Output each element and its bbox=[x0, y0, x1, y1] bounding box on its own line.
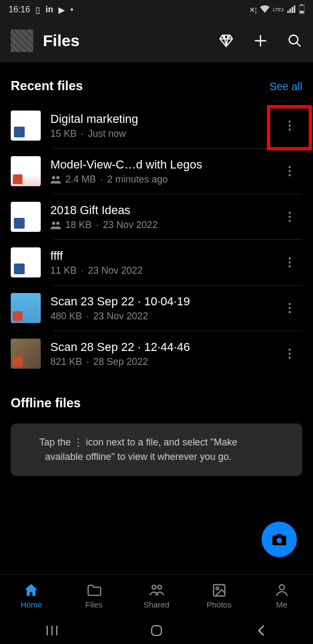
svg-point-30 bbox=[216, 587, 219, 590]
file-name: Scan 23 Sep 22 · 10·04·19 bbox=[50, 295, 267, 309]
svg-point-19 bbox=[288, 266, 290, 268]
home-icon bbox=[24, 583, 39, 598]
file-item[interactable]: Scan 23 Sep 22 · 10·04·19 480 KB · 23 No… bbox=[11, 286, 302, 331]
shared-icon bbox=[50, 221, 61, 229]
svg-point-21 bbox=[288, 307, 290, 309]
svg-point-9 bbox=[288, 166, 290, 169]
svg-point-11 bbox=[288, 174, 290, 177]
svg-point-12 bbox=[52, 222, 55, 225]
recent-files-header: Recent files See all bbox=[11, 78, 302, 93]
camera-fab[interactable] bbox=[262, 522, 297, 557]
nav-me[interactable]: Me bbox=[250, 575, 313, 617]
file-thumbnail bbox=[11, 339, 41, 369]
file-thumbnail bbox=[11, 156, 41, 186]
offline-section: Offline files Tap the ⋮ icon next to a f… bbox=[11, 396, 302, 476]
nav-label: Home bbox=[20, 600, 42, 609]
home-button[interactable] bbox=[149, 623, 164, 638]
svg-point-15 bbox=[288, 216, 290, 218]
file-meta: 2.4 MB · 2 minutes ago bbox=[50, 174, 267, 185]
people-icon bbox=[149, 583, 164, 598]
file-thumbnail bbox=[11, 293, 41, 323]
system-nav bbox=[0, 617, 313, 644]
more-options-button[interactable] bbox=[277, 250, 302, 275]
folder-icon bbox=[86, 583, 101, 598]
more-options-button[interactable] bbox=[277, 295, 302, 321]
file-name: 2018 Gift Ideas bbox=[50, 203, 267, 217]
nav-home[interactable]: Home bbox=[0, 575, 63, 617]
file-meta: 480 KB · 23 Nov 2022 bbox=[50, 311, 267, 322]
svg-point-25 bbox=[288, 357, 290, 359]
camera-icon bbox=[271, 532, 287, 546]
photos-icon bbox=[212, 583, 227, 598]
search-icon[interactable] bbox=[287, 33, 302, 48]
file-meta: 15 KB · Just now bbox=[50, 128, 267, 140]
back-button[interactable] bbox=[254, 623, 269, 638]
svg-point-28 bbox=[158, 586, 161, 589]
file-item[interactable]: Digital marketing 15 KB · Just now bbox=[11, 103, 302, 148]
notif-icon: ▯ bbox=[35, 5, 40, 15]
svg-point-24 bbox=[288, 353, 290, 355]
file-meta: 18 KB · 23 Nov 2022 bbox=[50, 219, 267, 231]
linkedin-icon: in bbox=[46, 5, 53, 14]
bottom-nav: Home Files Shared Photos Me bbox=[0, 574, 313, 617]
wifi-icon bbox=[260, 5, 270, 14]
nav-photos[interactable]: Photos bbox=[188, 575, 250, 617]
app-header: Files bbox=[0, 19, 313, 62]
status-time: 16:16 bbox=[9, 5, 30, 14]
svg-point-16 bbox=[288, 220, 290, 222]
offline-title: Offline files bbox=[11, 396, 302, 411]
recents-button[interactable] bbox=[44, 623, 59, 638]
svg-point-3 bbox=[289, 35, 298, 44]
svg-point-6 bbox=[288, 129, 290, 131]
file-name: Model-View-C…d with Legos bbox=[50, 158, 267, 172]
more-options-button[interactable] bbox=[277, 113, 302, 138]
file-name: ffff bbox=[50, 249, 267, 263]
person-icon bbox=[274, 583, 289, 598]
recent-files-title: Recent files bbox=[11, 78, 83, 93]
svg-point-31 bbox=[279, 585, 284, 590]
signal-icon bbox=[287, 5, 296, 14]
more-options-button[interactable] bbox=[277, 158, 302, 184]
more-options-button[interactable] bbox=[277, 341, 302, 367]
premium-icon[interactable] bbox=[219, 33, 234, 48]
avatar[interactable] bbox=[11, 30, 33, 52]
svg-point-13 bbox=[56, 222, 59, 225]
file-item[interactable]: Scan 28 Sep 22 · 12·44·46 821 KB · 28 Se… bbox=[11, 331, 302, 376]
file-meta: 11 KB · 23 Nov 2022 bbox=[50, 265, 267, 276]
more-options-button[interactable] bbox=[277, 204, 302, 230]
file-item[interactable]: ffff 11 KB · 23 Nov 2022 bbox=[11, 240, 302, 285]
nav-files[interactable]: Files bbox=[63, 575, 125, 617]
page-title: Files bbox=[43, 32, 209, 50]
svg-point-18 bbox=[288, 261, 290, 264]
svg-point-5 bbox=[288, 125, 290, 127]
shared-icon bbox=[50, 175, 61, 184]
svg-point-7 bbox=[52, 176, 55, 179]
status-bar: 16:16 ▯ in ▶ • ✕¦ LTE1 bbox=[0, 0, 313, 19]
battery-icon bbox=[299, 4, 304, 16]
file-name: Digital marketing bbox=[50, 112, 267, 126]
nav-shared[interactable]: Shared bbox=[125, 575, 188, 617]
file-meta: 821 KB · 28 Sep 2022 bbox=[50, 356, 267, 368]
svg-point-23 bbox=[288, 349, 290, 351]
file-thumbnail bbox=[11, 247, 41, 277]
svg-point-8 bbox=[56, 176, 59, 179]
file-name: Scan 28 Sep 22 · 12·44·46 bbox=[50, 340, 267, 354]
notif-dot: • bbox=[70, 5, 73, 14]
svg-point-27 bbox=[152, 586, 156, 589]
offline-tip: Tap the ⋮ icon next to a file, and selec… bbox=[11, 423, 302, 476]
recent-files-list: Digital marketing 15 KB · Just now Model… bbox=[11, 103, 302, 376]
file-thumbnail bbox=[11, 111, 41, 141]
svg-point-17 bbox=[288, 258, 290, 260]
svg-point-10 bbox=[288, 170, 290, 172]
svg-point-4 bbox=[288, 121, 290, 123]
lte-label: LTE1 bbox=[273, 8, 284, 12]
file-item[interactable]: 2018 Gift Ideas 18 KB · 23 Nov 2022 bbox=[11, 194, 302, 239]
nav-label: Me bbox=[276, 600, 287, 609]
see-all-link[interactable]: See all bbox=[270, 80, 302, 93]
nav-label: Photos bbox=[206, 600, 232, 609]
file-item[interactable]: Model-View-C…d with Legos 2.4 MB · 2 min… bbox=[11, 149, 302, 194]
file-thumbnail bbox=[11, 202, 41, 232]
svg-rect-2 bbox=[300, 11, 304, 13]
add-icon[interactable] bbox=[253, 33, 268, 48]
vibrate-icon: ✕¦ bbox=[249, 6, 257, 14]
